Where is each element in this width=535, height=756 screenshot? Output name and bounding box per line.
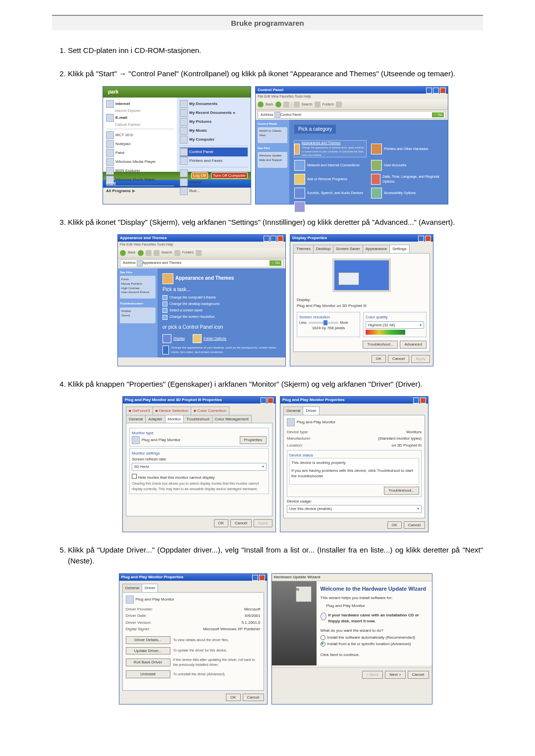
address-bar[interactable]: Address Control Panel → Go <box>258 111 446 119</box>
close-icon[interactable] <box>425 236 431 242</box>
sidebar-box[interactable]: Fonts Mouse Pointers High Contrast User … <box>120 276 156 299</box>
start-item[interactable]: E-mail <box>106 113 174 122</box>
tab-appearance[interactable]: Appearance <box>363 245 390 253</box>
color-quality-select[interactable]: Highest (32 bit)▾ <box>366 321 424 329</box>
hide-modes-checkbox[interactable] <box>132 474 137 479</box>
turnoff-button[interactable]: Turn Off Computer <box>211 172 248 179</box>
advanced-button[interactable]: Advanced <box>400 341 427 349</box>
menubar[interactable]: File Edit View Favorites Tools Help <box>118 242 285 248</box>
start-item[interactable]: MCT 10.0 <box>106 131 174 140</box>
update-driver-button[interactable]: Update Driver... <box>126 647 170 655</box>
max-icon[interactable] <box>270 236 276 242</box>
address-bar[interactable]: Address Appearance and Themes → Go <box>120 259 283 267</box>
sidebar-box[interactable]: Display Sound <box>120 307 156 323</box>
troubleshoot-button[interactable]: Troubleshoot... <box>363 341 398 349</box>
cp-category[interactable]: Add or Remove Programs <box>294 174 366 185</box>
next-button[interactable]: Next > <box>385 671 405 679</box>
min-icon[interactable] <box>426 88 432 94</box>
start-item[interactable]: Internet <box>106 100 174 108</box>
apply-button[interactable]: Apply <box>411 355 430 363</box>
fwd-icon[interactable] <box>138 250 144 256</box>
up-icon[interactable] <box>146 250 152 256</box>
start-item[interactable]: Windows Media Player <box>106 157 174 166</box>
back-icon[interactable] <box>258 101 264 107</box>
apply-button[interactable]: Apply <box>254 519 272 527</box>
tab-devsel[interactable]: ■ Device Selection <box>153 406 192 415</box>
cp-category[interactable]: Date, Time, Language, and Regional Optio… <box>371 174 443 185</box>
start-item[interactable]: Run... <box>180 187 248 196</box>
tab-troubleshoot[interactable]: Troubleshoot <box>183 415 212 423</box>
start-item[interactable]: Search <box>180 178 248 187</box>
close-icon[interactable] <box>420 398 426 403</box>
min-icon[interactable] <box>264 236 269 242</box>
display-icon-link[interactable]: Display <box>162 334 185 343</box>
task-link[interactable]: Change the computer's theme <box>162 295 280 300</box>
folders-icon[interactable] <box>174 250 180 256</box>
cancel-button[interactable]: Cancel <box>388 355 409 363</box>
tab-general[interactable]: General <box>126 415 146 423</box>
menubar[interactable]: File Edit View Favorites Tools Help <box>256 94 448 100</box>
tab-driver[interactable]: Driver <box>303 406 319 415</box>
tab-adapter[interactable]: Adapter <box>145 415 165 423</box>
toolbar[interactable]: Back Search Folders <box>118 248 285 258</box>
radio-auto[interactable]: Install the software automatically (Reco… <box>321 635 428 641</box>
tab-general[interactable]: General <box>122 584 142 592</box>
help-icon[interactable] <box>413 398 419 403</box>
task-link[interactable]: Change the desktop background <box>162 302 280 306</box>
search-icon[interactable] <box>294 101 300 107</box>
device-usage-select[interactable]: Use this device (enable)▾ <box>287 505 422 513</box>
tab-settings[interactable]: Settings <box>389 245 410 253</box>
cancel-button[interactable]: Cancel <box>404 521 425 529</box>
help-icon[interactable] <box>252 575 258 581</box>
troubleshoot-button[interactable]: Troubleshoot... <box>384 487 419 495</box>
ok-button[interactable]: OK <box>226 694 241 702</box>
task-link[interactable]: Change the screen resolution <box>162 314 280 319</box>
help-icon[interactable] <box>261 398 267 403</box>
tab-colorcorr[interactable]: ■ Color Correction <box>191 406 229 415</box>
max-icon[interactable] <box>433 88 439 94</box>
folders-icon[interactable] <box>315 101 321 107</box>
fwd-icon[interactable] <box>275 101 281 107</box>
start-item[interactable]: My Recent Documents ▸ <box>180 108 248 117</box>
uninstall-button[interactable]: Uninstall <box>126 670 170 678</box>
search-icon[interactable] <box>154 250 160 256</box>
ok-button[interactable]: OK <box>214 519 229 527</box>
cancel-button[interactable]: Cancel <box>408 671 429 679</box>
back-button[interactable]: < Back <box>362 671 383 679</box>
tab-geforce[interactable]: ■ GeForce3 <box>126 406 153 415</box>
appearance-category[interactable]: Appearance and ThemesChange the appearan… <box>294 141 366 157</box>
cp-category[interactable]: User Accounts <box>371 160 443 171</box>
ok-button[interactable]: OK <box>387 521 402 529</box>
tab-driver[interactable]: Driver <box>142 584 158 592</box>
cp-category[interactable]: Performance and Maintenance <box>294 202 366 212</box>
cp-category[interactable]: Accessibility Options <box>371 188 443 199</box>
start-item[interactable]: Windows Movie Maker <box>106 175 174 184</box>
all-programs[interactable]: All Programs ▶ <box>106 188 174 195</box>
close-icon[interactable] <box>259 575 265 581</box>
cp-category[interactable]: Printers and Other Hardware <box>371 141 443 157</box>
ok-button[interactable]: OK <box>372 355 386 363</box>
cancel-button[interactable]: Cancel <box>243 694 264 702</box>
logoff-button[interactable]: Log Off <box>191 172 208 179</box>
cancel-button[interactable]: Cancel <box>230 519 252 527</box>
refresh-rate-select[interactable]: 60 Hertz▾ <box>132 463 267 471</box>
sidebar-link[interactable]: Switch to Classic View <box>258 127 287 143</box>
tab-screensaver[interactable]: Screen Saver <box>333 245 363 253</box>
up-icon[interactable] <box>283 101 289 107</box>
close-icon[interactable] <box>268 398 273 403</box>
resolution-slider[interactable]: Less More <box>299 320 358 325</box>
tab-monitor[interactable]: Monitor <box>165 415 184 423</box>
start-item[interactable]: My Pictures <box>180 117 248 126</box>
cp-category[interactable]: Network and Internet Connections <box>294 160 366 171</box>
cp-icon-link[interactable]: Folder Options <box>193 334 226 343</box>
start-item[interactable]: My Music <box>180 126 248 135</box>
tab-themes[interactable]: Themes <box>293 245 314 253</box>
start-item[interactable]: My Documents <box>180 100 248 108</box>
views-icon[interactable] <box>336 101 342 107</box>
driver-details-button[interactable]: Driver Details... <box>126 636 170 644</box>
properties-button[interactable]: Properties <box>240 436 267 444</box>
radio-list[interactable]: Install from a list or specific location… <box>321 641 428 647</box>
tab-desktop[interactable]: Desktop <box>313 245 333 253</box>
control-panel-item[interactable]: Control Panel <box>180 148 248 156</box>
help-icon[interactable] <box>418 236 424 242</box>
